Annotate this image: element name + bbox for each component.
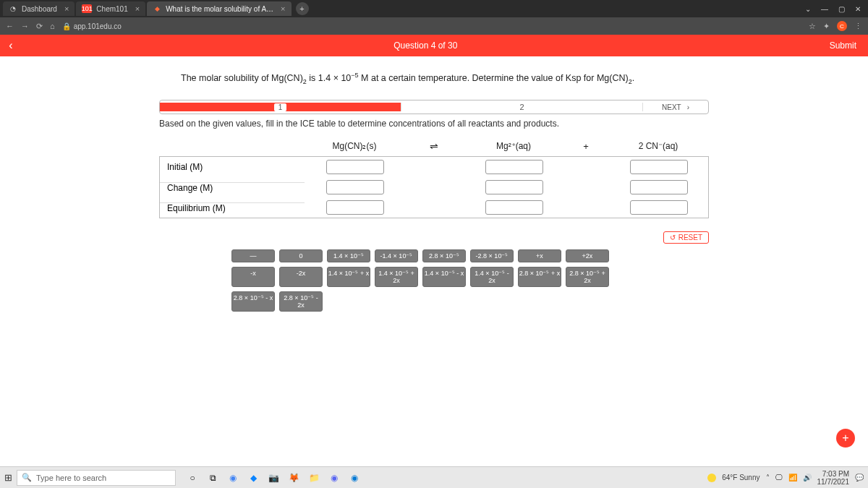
close-icon[interactable]: ×: [64, 4, 69, 13]
tile[interactable]: -x: [231, 267, 275, 287]
extension-c-icon[interactable]: C: [837, 21, 847, 31]
step-instruction: Based on the given values, fill in the I…: [159, 119, 709, 129]
species-reactant: Mg(CN)₂(s): [304, 141, 405, 151]
extensions-icon[interactable]: ✦: [823, 22, 830, 31]
tab-title: Dashboard: [22, 5, 57, 13]
edge-icon[interactable]: ◉: [348, 471, 361, 484]
tile[interactable]: +2x: [566, 249, 609, 262]
browser-tab-active[interactable]: ◆ What is the molar solubility of A… ×: [147, 1, 291, 16]
close-icon[interactable]: ×: [281, 4, 285, 13]
row-label-initial: Initial (M): [160, 162, 305, 172]
reset-button[interactable]: ↺ RESET: [663, 231, 709, 244]
row-label-equilibrium: Equilibrium (M): [160, 202, 305, 213]
clock[interactable]: 7:03 PM 11/7/2021: [817, 470, 850, 486]
chem101-favicon: 101: [82, 4, 92, 13]
species-product-2: 2 CN⁻(aq): [608, 141, 709, 151]
tab-title: Chem101: [96, 5, 127, 13]
task-view-icon[interactable]: ⧉: [206, 471, 219, 484]
browser-tab-dashboard[interactable]: ◔ Dashboard ×: [3, 1, 75, 16]
chevron-down-icon[interactable]: ⌄: [805, 5, 811, 13]
step-1[interactable]: 1: [160, 103, 401, 111]
url-display[interactable]: 🔒 app.101edu.co: [62, 22, 122, 30]
cell-equil-b[interactable]: [485, 200, 543, 215]
maximize-icon[interactable]: ▢: [838, 5, 845, 13]
tile[interactable]: 2.8 × 10⁻⁵: [422, 249, 466, 262]
step-progress: 1 2 NEXT›: [159, 100, 709, 114]
chrome-icon[interactable]: ◉: [226, 471, 239, 484]
tile[interactable]: 1.4 × 10⁻⁵ + 2x: [375, 267, 418, 287]
notifications-icon[interactable]: 💬: [855, 474, 864, 481]
start-button[interactable]: ⊞: [4, 472, 12, 483]
cell-equil-c[interactable]: [630, 200, 688, 215]
ice-table: Mg(CN)₂(s) ⇌ Mg²⁺(aq) + 2 CN⁻(aq) Initia…: [159, 140, 709, 218]
dashboard-favicon: ◔: [9, 4, 17, 13]
question-text: The molar solubility of Mg(CN)2 is 1.4 ×…: [181, 71, 687, 87]
add-fab-button[interactable]: +: [836, 429, 855, 448]
cell-change-b[interactable]: [485, 180, 543, 194]
display-icon[interactable]: 🖵: [775, 474, 783, 481]
volume-icon[interactable]: 🔊: [803, 474, 812, 481]
tile[interactable]: 2.8 × 10⁻⁵ + x: [518, 267, 561, 287]
taskbar-search[interactable]: 🔍 Type here to search: [17, 470, 176, 486]
home-icon[interactable]: ⌂: [50, 22, 55, 31]
file-explorer-icon[interactable]: 📁: [307, 471, 320, 484]
tile[interactable]: 1.4 × 10⁻⁵ + x: [327, 267, 370, 287]
app-icon-2[interactable]: 🦊: [287, 471, 300, 484]
tile[interactable]: 1.4 × 10⁻⁵ - x: [422, 267, 466, 287]
tile[interactable]: 1.4 × 10⁻⁵ - 2x: [470, 267, 514, 287]
cell-initial-c[interactable]: [630, 160, 688, 174]
camera-icon[interactable]: 📷: [267, 471, 280, 484]
reload-icon[interactable]: ⟳: [36, 22, 43, 31]
wifi-icon[interactable]: 📶: [788, 474, 797, 481]
answer-tiles: — 0 1.4 × 10⁻⁵ -1.4 × 10⁻⁵ 2.8 × 10⁻⁵ -2…: [231, 249, 637, 312]
back-icon[interactable]: ←: [6, 22, 14, 31]
tile[interactable]: -1.4 × 10⁻⁵: [375, 249, 418, 262]
search-icon: 🔍: [22, 473, 32, 482]
minimize-icon[interactable]: —: [821, 5, 828, 13]
tile[interactable]: 0: [279, 249, 323, 262]
tray-chevron-icon[interactable]: ˄: [766, 474, 770, 481]
tab-title: What is the molar solubility of A…: [166, 5, 273, 13]
cell-initial-a[interactable]: [326, 160, 384, 174]
submit-button[interactable]: Submit: [830, 40, 856, 51]
tile[interactable]: -2.8 × 10⁻⁵: [470, 249, 514, 262]
chevron-right-icon: ›: [687, 103, 689, 111]
cell-change-a[interactable]: [326, 180, 384, 194]
discord-icon[interactable]: ◉: [328, 471, 341, 484]
app-icon[interactable]: ◆: [247, 471, 260, 484]
cell-equil-a[interactable]: [326, 200, 384, 215]
site-favicon: ◆: [153, 4, 161, 13]
weather-text[interactable]: 64°F Sunny: [722, 474, 760, 481]
menu-icon[interactable]: ⋮: [854, 22, 862, 31]
back-button[interactable]: ‹: [0, 39, 22, 52]
tile[interactable]: 1.4 × 10⁻⁵: [327, 249, 370, 262]
forward-icon[interactable]: →: [21, 22, 29, 31]
cell-initial-b[interactable]: [485, 160, 543, 174]
tile[interactable]: -2x: [279, 267, 323, 287]
weather-icon: [707, 474, 716, 482]
window-close-icon[interactable]: ✕: [855, 5, 861, 13]
question-indicator: Question 4 of 30: [393, 40, 457, 51]
url-text: app.101edu.co: [74, 22, 122, 30]
tile[interactable]: +x: [518, 249, 561, 262]
row-label-change: Change (M): [160, 182, 305, 193]
equilibrium-arrow-icon: ⇌: [405, 140, 463, 152]
tile[interactable]: 2.8 × 10⁻⁵ + 2x: [566, 267, 609, 287]
app-header: ‹ Question 4 of 30 Submit: [0, 35, 868, 56]
next-button[interactable]: NEXT›: [643, 103, 708, 111]
step-2[interactable]: 2: [401, 103, 643, 111]
new-tab-button[interactable]: +: [296, 2, 309, 15]
close-icon[interactable]: ×: [135, 4, 140, 13]
star-icon[interactable]: ☆: [809, 22, 816, 31]
cortana-icon[interactable]: ○: [186, 471, 199, 484]
browser-tab-strip: ◔ Dashboard × 101 Chem101 × ◆ What is th…: [0, 0, 868, 17]
tile[interactable]: 2.8 × 10⁻⁵ - x: [231, 291, 275, 312]
lock-icon: 🔒: [62, 22, 71, 30]
address-bar: ← → ⟳ ⌂ 🔒 app.101edu.co ☆ ✦ C ⋮: [0, 17, 868, 35]
tile[interactable]: 2.8 × 10⁻⁵ - 2x: [279, 291, 323, 312]
tile[interactable]: —: [231, 249, 275, 262]
cell-change-c[interactable]: [630, 180, 688, 194]
browser-tab-chem101[interactable]: 101 Chem101 ×: [76, 1, 145, 16]
search-placeholder: Type here to search: [36, 474, 106, 482]
species-product-1: Mg²⁺(aq): [463, 141, 564, 151]
